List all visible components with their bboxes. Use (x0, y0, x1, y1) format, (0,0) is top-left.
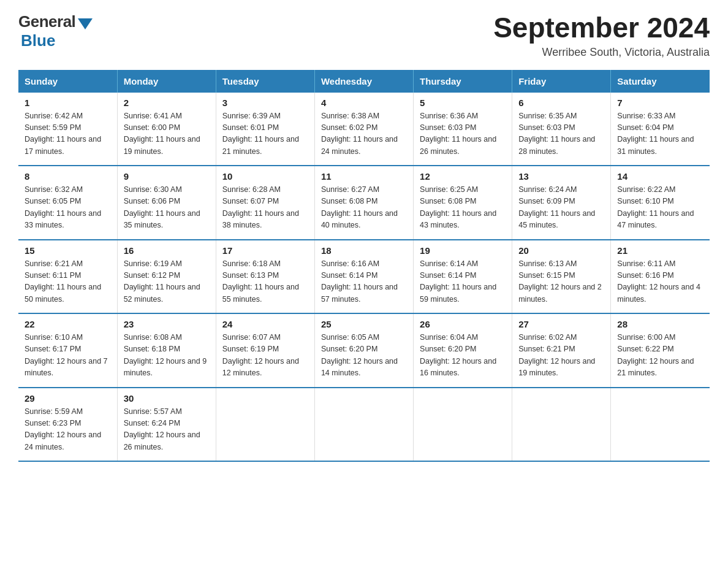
calendar-cell: 29 Sunrise: 5:59 AMSunset: 6:23 PMDaylig… (18, 388, 117, 462)
week-row-3: 15 Sunrise: 6:21 AMSunset: 6:11 PMDaylig… (18, 240, 710, 314)
month-year-title: September 2024 (493, 12, 710, 44)
day-number: 29 (25, 393, 111, 404)
calendar-cell: 22 Sunrise: 6:10 AMSunset: 6:17 PMDaylig… (18, 313, 117, 388)
day-info: Sunrise: 6:08 AMSunset: 6:18 PMDaylight:… (124, 332, 210, 380)
day-info: Sunrise: 6:16 AMSunset: 6:14 PMDaylight:… (321, 258, 407, 306)
day-info: Sunrise: 5:57 AMSunset: 6:24 PMDaylight:… (124, 406, 210, 454)
day-info: Sunrise: 6:18 AMSunset: 6:13 PMDaylight:… (222, 258, 308, 306)
day-number: 10 (222, 171, 308, 182)
logo-general-text: General (18, 12, 75, 31)
day-number: 27 (518, 319, 604, 329)
day-info: Sunrise: 6:10 AMSunset: 6:17 PMDaylight:… (25, 332, 111, 380)
day-info: Sunrise: 6:05 AMSunset: 6:20 PMDaylight:… (321, 332, 407, 380)
day-number: 5 (420, 98, 506, 108)
calendar-cell: 1 Sunrise: 6:42 AMSunset: 5:59 PMDayligh… (18, 93, 117, 166)
calendar-cell (611, 388, 710, 462)
week-row-1: 1 Sunrise: 6:42 AMSunset: 5:59 PMDayligh… (18, 93, 710, 166)
day-number: 19 (420, 245, 506, 256)
day-info: Sunrise: 6:30 AMSunset: 6:06 PMDaylight:… (124, 184, 210, 232)
day-number: 13 (518, 171, 604, 182)
calendar-cell (314, 388, 413, 462)
day-info: Sunrise: 6:28 AMSunset: 6:07 PMDaylight:… (222, 184, 308, 232)
day-info: Sunrise: 6:21 AMSunset: 6:11 PMDaylight:… (25, 258, 111, 306)
day-info: Sunrise: 6:19 AMSunset: 6:12 PMDaylight:… (124, 258, 210, 306)
week-row-2: 8 Sunrise: 6:32 AMSunset: 6:05 PMDayligh… (18, 166, 710, 240)
day-number: 15 (25, 245, 111, 256)
day-info: Sunrise: 6:07 AMSunset: 6:19 PMDaylight:… (222, 332, 308, 380)
header-cell-tuesday: Tuesday (216, 70, 314, 93)
day-number: 8 (25, 171, 111, 182)
calendar-cell: 24 Sunrise: 6:07 AMSunset: 6:19 PMDaylig… (216, 313, 314, 388)
header-cell-sunday: Sunday (18, 70, 117, 93)
calendar-cell: 7 Sunrise: 6:33 AMSunset: 6:04 PMDayligh… (611, 93, 710, 166)
day-info: Sunrise: 6:33 AMSunset: 6:04 PMDaylight:… (617, 110, 703, 158)
week-row-4: 22 Sunrise: 6:10 AMSunset: 6:17 PMDaylig… (18, 313, 710, 388)
day-info: Sunrise: 6:39 AMSunset: 6:01 PMDaylight:… (222, 110, 308, 158)
day-info: Sunrise: 6:04 AMSunset: 6:20 PMDaylight:… (420, 332, 506, 380)
day-info: Sunrise: 6:38 AMSunset: 6:02 PMDaylight:… (321, 110, 407, 158)
calendar-cell (414, 388, 512, 462)
calendar-cell: 6 Sunrise: 6:35 AMSunset: 6:03 PMDayligh… (512, 93, 611, 166)
calendar-cell (216, 388, 314, 462)
day-number: 14 (617, 171, 703, 182)
header-cell-saturday: Saturday (611, 70, 710, 93)
day-info: Sunrise: 6:35 AMSunset: 6:03 PMDaylight:… (518, 110, 604, 158)
day-info: Sunrise: 6:22 AMSunset: 6:10 PMDaylight:… (617, 184, 703, 232)
day-number: 16 (124, 245, 210, 256)
day-info: Sunrise: 6:14 AMSunset: 6:14 PMDaylight:… (420, 258, 506, 306)
header-cell-friday: Friday (512, 70, 611, 93)
day-number: 25 (321, 319, 407, 329)
calendar-cell: 16 Sunrise: 6:19 AMSunset: 6:12 PMDaylig… (117, 240, 216, 314)
week-row-5: 29 Sunrise: 5:59 AMSunset: 6:23 PMDaylig… (18, 388, 710, 462)
day-number: 17 (222, 245, 308, 256)
calendar-table: SundayMondayTuesdayWednesdayThursdayFrid… (18, 70, 710, 462)
day-number: 3 (222, 98, 308, 108)
day-number: 6 (518, 98, 604, 108)
calendar-cell: 18 Sunrise: 6:16 AMSunset: 6:14 PMDaylig… (314, 240, 413, 314)
day-number: 4 (321, 98, 407, 108)
day-number: 22 (25, 319, 111, 329)
day-number: 28 (617, 319, 703, 329)
logo-top: General (18, 12, 93, 31)
calendar-cell: 17 Sunrise: 6:18 AMSunset: 6:13 PMDaylig… (216, 240, 314, 314)
day-number: 30 (124, 393, 210, 404)
calendar-cell: 30 Sunrise: 5:57 AMSunset: 6:24 PMDaylig… (117, 388, 216, 462)
day-number: 1 (25, 98, 111, 108)
day-number: 11 (321, 171, 407, 182)
day-number: 23 (124, 319, 210, 329)
location-subtitle: Werribee South, Victoria, Australia (493, 46, 710, 59)
calendar-cell: 23 Sunrise: 6:08 AMSunset: 6:18 PMDaylig… (117, 313, 216, 388)
logo-arrow-icon (78, 18, 93, 29)
calendar-cell: 19 Sunrise: 6:14 AMSunset: 6:14 PMDaylig… (414, 240, 512, 314)
header-cell-thursday: Thursday (414, 70, 512, 93)
day-info: Sunrise: 6:13 AMSunset: 6:15 PMDaylight:… (518, 258, 604, 306)
calendar-cell: 12 Sunrise: 6:25 AMSunset: 6:08 PMDaylig… (414, 166, 512, 240)
day-number: 9 (124, 171, 210, 182)
day-number: 21 (617, 245, 703, 256)
day-info: Sunrise: 5:59 AMSunset: 6:23 PMDaylight:… (25, 406, 111, 454)
day-number: 20 (518, 245, 604, 256)
calendar-cell: 10 Sunrise: 6:28 AMSunset: 6:07 PMDaylig… (216, 166, 314, 240)
logo-blue-text: Blue (21, 31, 55, 50)
day-info: Sunrise: 6:27 AMSunset: 6:08 PMDaylight:… (321, 184, 407, 232)
logo: General Blue (18, 12, 93, 50)
header-cell-wednesday: Wednesday (314, 70, 413, 93)
calendar-cell: 28 Sunrise: 6:00 AMSunset: 6:22 PMDaylig… (611, 313, 710, 388)
calendar-header: SundayMondayTuesdayWednesdayThursdayFrid… (18, 70, 710, 93)
calendar-cell: 25 Sunrise: 6:05 AMSunset: 6:20 PMDaylig… (314, 313, 413, 388)
calendar-cell: 14 Sunrise: 6:22 AMSunset: 6:10 PMDaylig… (611, 166, 710, 240)
day-number: 24 (222, 319, 308, 329)
title-section: September 2024 Werribee South, Victoria,… (493, 12, 710, 59)
calendar-cell (512, 388, 611, 462)
calendar-cell: 3 Sunrise: 6:39 AMSunset: 6:01 PMDayligh… (216, 93, 314, 166)
day-info: Sunrise: 6:11 AMSunset: 6:16 PMDaylight:… (617, 258, 703, 306)
page-header: General Blue September 2024 Werribee Sou… (18, 12, 710, 59)
day-info: Sunrise: 6:25 AMSunset: 6:08 PMDaylight:… (420, 184, 506, 232)
day-info: Sunrise: 6:32 AMSunset: 6:05 PMDaylight:… (25, 184, 111, 232)
calendar-cell: 2 Sunrise: 6:41 AMSunset: 6:00 PMDayligh… (117, 93, 216, 166)
calendar-cell: 8 Sunrise: 6:32 AMSunset: 6:05 PMDayligh… (18, 166, 117, 240)
calendar-cell: 26 Sunrise: 6:04 AMSunset: 6:20 PMDaylig… (414, 313, 512, 388)
day-info: Sunrise: 6:36 AMSunset: 6:03 PMDaylight:… (420, 110, 506, 158)
day-number: 2 (124, 98, 210, 108)
calendar-cell: 27 Sunrise: 6:02 AMSunset: 6:21 PMDaylig… (512, 313, 611, 388)
